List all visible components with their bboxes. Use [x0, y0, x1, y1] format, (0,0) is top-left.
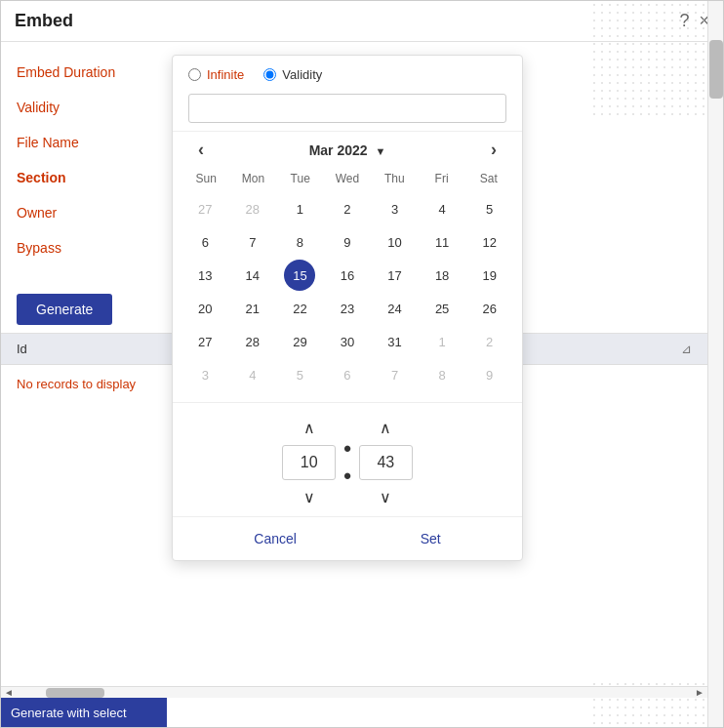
- calendar-overlay: Infinite Validity ‹ Mar 2022 ▼ › SunMonT…: [172, 55, 523, 561]
- sidebar-item-section[interactable]: Section: [1, 160, 167, 195]
- calendar-day[interactable]: 9: [332, 226, 363, 258]
- hour-input[interactable]: [282, 445, 336, 480]
- scrollbar-thumb: [709, 40, 723, 99]
- scroll-right-arrow[interactable]: ►: [692, 687, 707, 698]
- month-dropdown-arrow: ▼: [375, 145, 385, 157]
- generate-button[interactable]: Generate: [17, 294, 112, 325]
- hour-down-button[interactable]: ∨: [296, 486, 323, 508]
- radio-infinite-input[interactable]: [188, 68, 201, 81]
- generate-with-select-button[interactable]: Generate with select: [1, 698, 167, 727]
- calendar-day[interactable]: 9: [474, 359, 505, 390]
- calendar-day[interactable]: 5: [284, 359, 315, 390]
- sidebar-item-owner[interactable]: Owner: [1, 195, 167, 230]
- calendar-day[interactable]: 23: [332, 293, 363, 324]
- hour-up-button[interactable]: ∧: [296, 417, 323, 439]
- sidebar-item-embed-duration[interactable]: Embed Duration: [1, 55, 167, 90]
- hour-col: ∧ ∨: [282, 417, 336, 508]
- week-header-sun: Sun: [182, 168, 229, 189]
- calendar-day[interactable]: 4: [237, 359, 268, 390]
- minute-col: ∧ ∨: [359, 417, 413, 508]
- week-header-fri: Fri: [418, 168, 464, 189]
- calendar-day[interactable]: 25: [426, 293, 458, 324]
- set-button[interactable]: Set: [401, 527, 461, 550]
- calendar-day[interactable]: 19: [474, 260, 505, 291]
- next-month-button[interactable]: ›: [485, 140, 503, 160]
- radio-infinite-label: Infinite: [207, 67, 244, 82]
- radio-infinite[interactable]: Infinite: [188, 67, 244, 82]
- calendar-day[interactable]: 27: [189, 326, 221, 357]
- week-header-tue: Tue: [277, 168, 324, 189]
- calendar-day[interactable]: 31: [380, 326, 411, 357]
- calendar-day[interactable]: 4: [426, 193, 458, 224]
- calendar-day[interactable]: 18: [426, 260, 458, 291]
- calendar-day[interactable]: 15: [284, 260, 315, 291]
- calendar-day[interactable]: 16: [332, 260, 363, 291]
- radio-row: Infinite Validity: [173, 56, 522, 90]
- week-header-sat: Sat: [465, 168, 512, 189]
- calendar-day[interactable]: 20: [189, 293, 221, 324]
- table-column-id: Id: [17, 342, 27, 356]
- month-label[interactable]: Mar 2022 ▼: [309, 142, 386, 158]
- date-input-row: [173, 90, 522, 131]
- calendar-day[interactable]: 7: [380, 359, 411, 390]
- calendar-day[interactable]: 30: [332, 326, 363, 357]
- minute-down-button[interactable]: ∨: [372, 486, 399, 508]
- radio-validity[interactable]: Validity: [263, 67, 322, 82]
- calendar-nav: ‹ Mar 2022 ▼ ›: [173, 131, 522, 168]
- calendar-day[interactable]: 2: [332, 193, 363, 224]
- calendar-day[interactable]: 28: [237, 193, 268, 224]
- calendar-day[interactable]: 28: [237, 326, 268, 357]
- cancel-button[interactable]: Cancel: [234, 527, 316, 550]
- calendar-day[interactable]: 12: [474, 226, 505, 258]
- calendar-day[interactable]: 10: [380, 226, 411, 258]
- calendar-day[interactable]: 3: [189, 359, 221, 390]
- week-headers: SunMonTueWedThuFriSat: [182, 168, 512, 189]
- calendar-day[interactable]: 27: [189, 193, 221, 224]
- calendar-days: 2728123456789101112131415161718192021222…: [182, 193, 512, 390]
- radio-validity-label: Validity: [282, 67, 322, 82]
- calendar-day[interactable]: 17: [380, 260, 411, 291]
- sidebar-item-file-name[interactable]: File Name: [1, 125, 167, 160]
- calendar-day[interactable]: 8: [284, 226, 315, 258]
- sidebar-item-validity[interactable]: Validity: [1, 90, 167, 125]
- calendar-day[interactable]: 1: [426, 326, 458, 357]
- calendar-day[interactable]: 8: [426, 359, 458, 390]
- calendar-day[interactable]: 6: [189, 226, 221, 258]
- sidebar-item-bypass[interactable]: Bypass: [1, 230, 167, 265]
- time-picker: ∧ ∨ • • ∧ ∨: [173, 407, 522, 516]
- main-panel: Embed ? × Embed Duration Validity File N…: [0, 0, 724, 728]
- page-title: Embed: [15, 11, 73, 31]
- calendar-day[interactable]: 11: [426, 226, 458, 258]
- scroll-left-arrow[interactable]: ◄: [1, 687, 17, 698]
- scrollbar-right[interactable]: [707, 1, 723, 727]
- week-header-wed: Wed: [324, 168, 371, 189]
- calendar-day[interactable]: 14: [237, 260, 268, 291]
- calendar-footer: Cancel Set: [173, 516, 522, 560]
- scrollbar-bottom[interactable]: ◄ ►: [1, 686, 707, 698]
- calendar-day[interactable]: 5: [474, 193, 505, 224]
- calendar-grid: SunMonTueWedThuFriSat 272812345678910111…: [173, 168, 522, 398]
- calendar-day[interactable]: 1: [284, 193, 315, 224]
- week-header-mon: Mon: [229, 168, 276, 189]
- calendar-day[interactable]: 13: [189, 260, 221, 291]
- calendar-day[interactable]: 6: [332, 359, 363, 390]
- radio-validity-input[interactable]: [263, 68, 276, 81]
- date-input[interactable]: [188, 94, 506, 123]
- scrollbar-horizontal-thumb: [46, 688, 104, 698]
- calendar-day[interactable]: 24: [380, 293, 411, 324]
- calendar-day[interactable]: 29: [284, 326, 315, 357]
- week-header-thu: Thu: [371, 168, 418, 189]
- calendar-day[interactable]: 26: [474, 293, 505, 324]
- calendar-day[interactable]: 21: [237, 293, 268, 324]
- time-colon: • •: [343, 438, 351, 487]
- calendar-divider: [173, 402, 522, 403]
- calendar-day[interactable]: 2: [474, 326, 505, 357]
- prev-month-button[interactable]: ‹: [192, 140, 210, 160]
- dot-pattern-top: [590, 1, 707, 118]
- calendar-day[interactable]: 7: [237, 226, 268, 258]
- calendar-day[interactable]: 3: [380, 193, 411, 224]
- minute-input[interactable]: [359, 445, 413, 480]
- calendar-day[interactable]: 22: [284, 293, 315, 324]
- minute-up-button[interactable]: ∧: [372, 417, 399, 439]
- filter-icon[interactable]: ⊿: [681, 342, 692, 356]
